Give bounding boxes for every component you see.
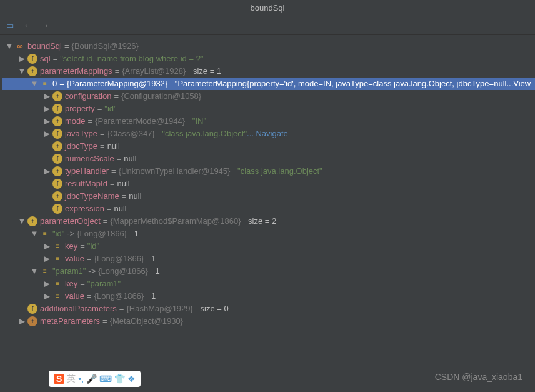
var-name: jdbcType bbox=[65, 140, 98, 153]
chevron-right-icon[interactable]: ▶ bbox=[42, 117, 51, 126]
tree-row-metaParameters[interactable]: ▶ f metaParameters = {MetaObject@1930} bbox=[2, 315, 535, 328]
var-size: size = 0 bbox=[201, 303, 229, 315]
var-type: {ArrayList@1928} bbox=[122, 65, 186, 78]
field-icon: f bbox=[52, 179, 62, 189]
tree-row-jdbcTypeName[interactable]: ▶ f jdbcTypeName = null bbox=[2, 190, 535, 203]
chevron-down-icon[interactable]: ▼ bbox=[18, 217, 26, 226]
var-name: configuration bbox=[65, 90, 111, 103]
navigate-link[interactable]: ... Navigate bbox=[247, 128, 288, 140]
tree-row-entry-id[interactable]: ▼ ≡ "id" -> {Long@1866} 1 bbox=[2, 228, 535, 240]
var-value: 1 bbox=[156, 265, 160, 278]
forward-arrow-icon[interactable]: → bbox=[40, 21, 50, 31]
var-type: {HashMap@1929} bbox=[126, 303, 192, 315]
tree-row-pm0[interactable]: ▼ ≡ 0 = {ParameterMapping@1932} "Paramet… bbox=[2, 78, 535, 90]
tree-row-jdbcType[interactable]: ▶ f jdbcType = null bbox=[2, 140, 535, 153]
tree-row-key-param1[interactable]: ▶ ≡ key = "param1" bbox=[2, 278, 535, 290]
var-name: parameterObject bbox=[40, 215, 101, 228]
field-icon: f bbox=[52, 141, 62, 151]
var-value: "IN" bbox=[192, 115, 206, 128]
tree-row-mode[interactable]: ▶ f mode = {ParameterMode@1944} "IN" bbox=[2, 115, 535, 128]
var-name: value bbox=[65, 253, 84, 265]
chevron-right-icon[interactable]: ▶ bbox=[42, 104, 51, 113]
element-icon: ≡ bbox=[52, 291, 62, 301]
chevron-right-icon[interactable]: ▶ bbox=[42, 279, 51, 288]
var-value: null bbox=[124, 153, 136, 165]
chevron-right-icon[interactable]: ▶ bbox=[42, 254, 51, 263]
back-arrow-icon[interactable]: ← bbox=[22, 21, 32, 31]
tree-row-value-param1[interactable]: ▶ ≡ value = {Long@1866} 1 bbox=[2, 290, 535, 303]
var-value: "id" bbox=[104, 103, 116, 115]
tree-row-javaType[interactable]: ▶ f javaType = {Class@347} "class java.l… bbox=[2, 128, 535, 140]
var-type: {Long@1866} bbox=[94, 290, 144, 303]
tree-row-numericScale[interactable]: ▶ f numericScale = null bbox=[2, 153, 535, 165]
tree-row-configuration[interactable]: ▶ f configuration = {Configuration@1058} bbox=[2, 90, 535, 103]
var-name: parameterMappings bbox=[40, 65, 112, 78]
layout-icon[interactable]: ▭ bbox=[5, 21, 15, 31]
language-indicator[interactable]: 英 bbox=[67, 373, 76, 384]
var-name: value bbox=[65, 290, 84, 303]
view-link[interactable]: View bbox=[513, 78, 531, 90]
var-name: numericScale bbox=[65, 153, 114, 165]
chevron-down-icon[interactable]: ▼ bbox=[30, 267, 39, 276]
chevron-right-icon[interactable]: ▶ bbox=[42, 92, 51, 101]
var-value: null bbox=[118, 178, 130, 190]
field-icon: f bbox=[52, 129, 62, 139]
tree-row-property[interactable]: ▶ f property = "id" bbox=[2, 103, 535, 115]
toolbox-icon[interactable]: ❖ bbox=[128, 374, 136, 384]
var-name: sql bbox=[40, 53, 51, 65]
var-value: "ParameterMapping{property='id', mode=IN… bbox=[175, 78, 513, 90]
var-name: metaParameters bbox=[40, 315, 100, 328]
chevron-down-icon[interactable]: ▼ bbox=[5, 42, 14, 51]
toolbar: ▭ ← → bbox=[0, 16, 535, 35]
var-name: 0 bbox=[52, 78, 57, 90]
mic-icon[interactable]: 🎤 bbox=[86, 374, 97, 384]
tree-row-entry-param1[interactable]: ▼ ≡ "param1" -> {Long@1866} 1 bbox=[2, 265, 535, 278]
field-icon: f bbox=[52, 191, 62, 201]
tree-row-key-id[interactable]: ▶ ≡ key = "id" bbox=[2, 240, 535, 253]
var-name: resultMapId bbox=[65, 178, 108, 190]
field-icon: f bbox=[28, 216, 38, 226]
var-value: null bbox=[108, 140, 120, 153]
field-icon: f bbox=[52, 166, 62, 176]
var-type: {Long@1866} bbox=[77, 228, 127, 240]
sogou-icon[interactable]: S bbox=[54, 374, 64, 384]
tree-row-parameterMappings[interactable]: ▼ f parameterMappings = {ArrayList@1928}… bbox=[2, 65, 535, 78]
tree-row-sql[interactable]: ▶ f sql = "select id, name from blog whe… bbox=[2, 53, 535, 65]
field-icon: f bbox=[52, 116, 62, 126]
var-name: typeHandler bbox=[65, 165, 109, 178]
tree-row-parameterObject[interactable]: ▼ f parameterObject = {MapperMethod$Para… bbox=[2, 215, 535, 228]
var-value: 1 bbox=[151, 290, 156, 303]
var-name: javaType bbox=[65, 128, 98, 140]
chevron-down-icon[interactable]: ▼ bbox=[18, 67, 26, 76]
chevron-down-icon[interactable]: ▼ bbox=[30, 79, 39, 88]
var-type: {UnknownTypeHandler@1945} bbox=[119, 165, 231, 178]
chevron-right-icon[interactable]: ▶ bbox=[18, 54, 26, 63]
var-name: key bbox=[65, 240, 78, 253]
var-name: jdbcTypeName bbox=[65, 190, 119, 203]
tree-row-root[interactable]: ▼ ∞ boundSql = {BoundSql@1926} bbox=[2, 40, 535, 53]
var-size: size = 1 bbox=[193, 65, 221, 78]
chevron-right-icon[interactable]: ▶ bbox=[42, 292, 51, 301]
chevron-right-icon[interactable]: ▶ bbox=[42, 167, 51, 176]
var-name: additionalParameters bbox=[40, 303, 117, 315]
ime-option-icon[interactable]: •, bbox=[78, 374, 84, 384]
var-value: null bbox=[129, 190, 141, 203]
chevron-right-icon[interactable]: ▶ bbox=[42, 129, 51, 138]
var-value: "class java.lang.Object" bbox=[238, 165, 322, 178]
chevron-right-icon[interactable]: ▶ bbox=[18, 317, 26, 326]
keyboard-icon[interactable]: ⌨ bbox=[99, 374, 112, 384]
var-type: {MetaObject@1930} bbox=[110, 315, 183, 328]
tree-row-resultMapId[interactable]: ▶ f resultMapId = null bbox=[2, 178, 535, 190]
ime-taskbar[interactable]: S 英 •, 🎤 ⌨ 👕 ❖ bbox=[49, 371, 141, 387]
tree-row-typeHandler[interactable]: ▶ f typeHandler = {UnknownTypeHandler@19… bbox=[2, 165, 535, 178]
shirt-icon[interactable]: 👕 bbox=[114, 374, 125, 384]
chevron-right-icon[interactable]: ▶ bbox=[42, 242, 51, 251]
element-icon: ≡ bbox=[52, 279, 62, 289]
var-value: 1 bbox=[151, 253, 156, 265]
var-size: size = 2 bbox=[248, 215, 276, 228]
element-icon: ≡ bbox=[40, 266, 50, 276]
tree-row-value-id[interactable]: ▶ ≡ value = {Long@1866} 1 bbox=[2, 253, 535, 265]
chevron-down-icon[interactable]: ▼ bbox=[30, 229, 39, 238]
tree-row-additionalParameters[interactable]: ▶ f additionalParameters = {HashMap@1929… bbox=[2, 303, 535, 315]
tree-row-expression[interactable]: ▶ f expression = null bbox=[2, 203, 535, 215]
